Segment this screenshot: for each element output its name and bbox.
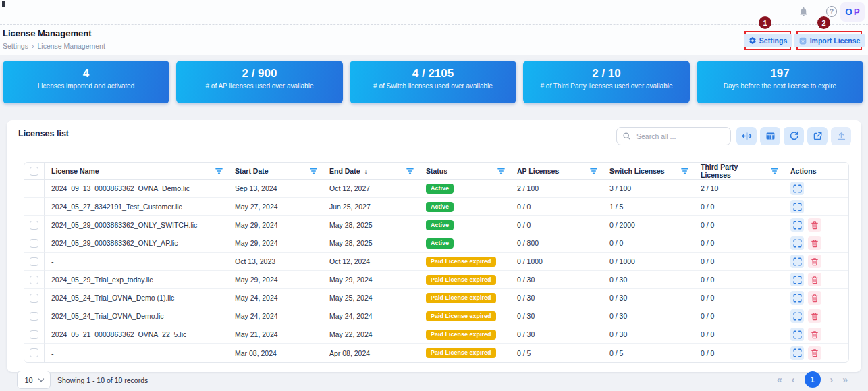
row-checkbox[interactable] [30, 312, 38, 321]
expand-row-button[interactable] [790, 328, 804, 341]
upload-button[interactable] [831, 127, 851, 145]
stat-card-licenses-activated: 4 Licenses imported and activated [3, 61, 169, 103]
table-row: 2024_05_29_0003863362_ONLY_SWITCH.licMay… [24, 216, 849, 234]
actions-cell [784, 271, 849, 289]
third-party-licenses-cell: 0 / 0 [694, 325, 784, 344]
start-date-cell: Mar 08, 2024 [228, 344, 323, 362]
delete-row-button[interactable] [808, 328, 821, 341]
select-all-checkbox[interactable] [30, 167, 38, 176]
filter-button[interactable] [310, 167, 317, 174]
expand-row-button[interactable] [790, 255, 804, 268]
avatar[interactable]: O P [840, 2, 865, 22]
filter-button[interactable] [590, 167, 597, 174]
column-header-label: AP Licenses [517, 167, 559, 175]
ap-licenses-cell: 0 / 1000 [510, 253, 603, 271]
row-checkbox[interactable] [30, 294, 38, 303]
column-header-label: Third Party Licenses [701, 163, 765, 179]
expand-row-button[interactable] [790, 236, 804, 250]
licenses-list-card: Licenses list License NameStart DateEnd … [7, 120, 861, 372]
sort-desc-icon[interactable]: ↓ [364, 167, 368, 175]
column-header-end-date[interactable]: End Date↓ [323, 163, 419, 180]
search-input[interactable] [635, 132, 725, 141]
column-header-start-date[interactable]: Start Date [228, 163, 323, 180]
expand-row-button[interactable] [790, 218, 804, 232]
next-page-button[interactable]: › [830, 375, 834, 384]
end-date-cell: May 29, 2024 [323, 271, 419, 289]
settings-button[interactable]: Settings [744, 34, 792, 47]
third-party-licenses-cell: 0 / 0 [694, 289, 784, 307]
expand-row-button[interactable] [790, 346, 804, 360]
expand-row-button[interactable] [790, 200, 804, 213]
end-date-cell: May 28, 2025 [323, 234, 419, 253]
trash-icon [811, 276, 819, 284]
filter-button[interactable] [215, 167, 223, 174]
prev-page-button[interactable]: ‹ [792, 375, 795, 384]
expand-row-button[interactable] [790, 273, 804, 286]
third-party-licenses-cell: 2 / 10 [694, 180, 784, 198]
switch-licenses-cell: 0 / 30 [603, 307, 694, 325]
delete-row-button[interactable] [808, 273, 821, 286]
export-button[interactable] [807, 127, 828, 145]
page-size-select[interactable]: 10 [17, 371, 51, 389]
avatar-initial-first: O [845, 7, 852, 17]
actions-cell [784, 216, 849, 234]
column-header-actions[interactable]: Actions [784, 163, 849, 180]
current-page-button[interactable]: 1 [805, 371, 821, 388]
ap-licenses-cell: 0 / 0 [510, 216, 603, 234]
filter-button[interactable] [771, 167, 778, 174]
refresh-button[interactable] [784, 127, 804, 145]
gear-icon [749, 36, 757, 45]
filter-icon [771, 167, 778, 174]
filter-button[interactable] [406, 167, 414, 174]
delete-row-button[interactable] [808, 255, 821, 268]
row-checkbox[interactable] [30, 257, 38, 266]
expand-row-button[interactable] [790, 291, 804, 305]
status-badge: Paid License expired [426, 293, 496, 303]
column-header-license-name[interactable]: License Name [45, 163, 228, 180]
fit-width-button[interactable] [736, 127, 757, 145]
table-toolbar [736, 127, 851, 145]
table-row: 2024_05_29_0003863362_ONLY_AP.licMay 29,… [24, 234, 849, 253]
row-checkbox[interactable] [30, 276, 38, 284]
avatar-initial-second: P [854, 7, 860, 17]
help-icon[interactable]: ? [826, 6, 837, 17]
status-badge: Active [426, 220, 454, 230]
first-page-button[interactable]: « [777, 375, 782, 384]
trash-icon [811, 239, 819, 248]
annotation-badge-1: 1 [759, 16, 771, 29]
delete-row-button[interactable] [808, 346, 821, 360]
expand-icon [793, 276, 802, 284]
row-checkbox[interactable] [30, 348, 38, 357]
delete-row-button[interactable] [808, 309, 821, 323]
row-checkbox[interactable] [30, 239, 38, 248]
license-name-cell: 2024_05_21_0003863362_OVNA_22_5.lic [45, 325, 228, 344]
column-header-ap-licenses[interactable]: AP Licenses [510, 163, 603, 180]
column-header-label: Start Date [235, 167, 269, 175]
start-date-cell: May 29, 2024 [228, 271, 323, 289]
column-header-status[interactable]: Status [419, 163, 510, 180]
column-header-third-party-licenses[interactable]: Third Party Licenses [694, 163, 784, 180]
delete-row-button[interactable] [808, 291, 821, 305]
filter-button[interactable] [681, 167, 688, 174]
breadcrumb-settings[interactable]: Settings [3, 42, 28, 50]
columns-button[interactable] [760, 127, 780, 145]
last-page-button[interactable]: » [842, 375, 848, 384]
row-checkbox[interactable] [30, 330, 38, 339]
status-cell: Paid License expired [419, 271, 510, 289]
notifications-icon[interactable] [798, 6, 809, 20]
start-date-cell: Oct 13, 2023 [228, 253, 323, 271]
records-summary: Showing 1 - 10 of 10 records [57, 376, 148, 384]
import-license-button[interactable]: Import License [794, 34, 865, 47]
expand-row-button[interactable] [790, 182, 804, 195]
list-title: Licenses list [18, 129, 69, 138]
delete-row-button[interactable] [808, 236, 821, 250]
filter-button[interactable] [497, 167, 505, 174]
table-header-row: License NameStart DateEnd Date↓StatusAP … [24, 163, 849, 180]
page-title: License Management [3, 28, 92, 38]
row-checkbox[interactable] [30, 221, 38, 230]
column-header-switch-licenses[interactable]: Switch Licenses [603, 163, 694, 180]
license-name-cell: 2024_05_29_0003863362_ONLY_AP.lic [45, 234, 228, 253]
sidebar-toggle-mark[interactable] [2, 1, 5, 7]
expand-row-button[interactable] [790, 309, 804, 323]
delete-row-button[interactable] [808, 218, 821, 232]
